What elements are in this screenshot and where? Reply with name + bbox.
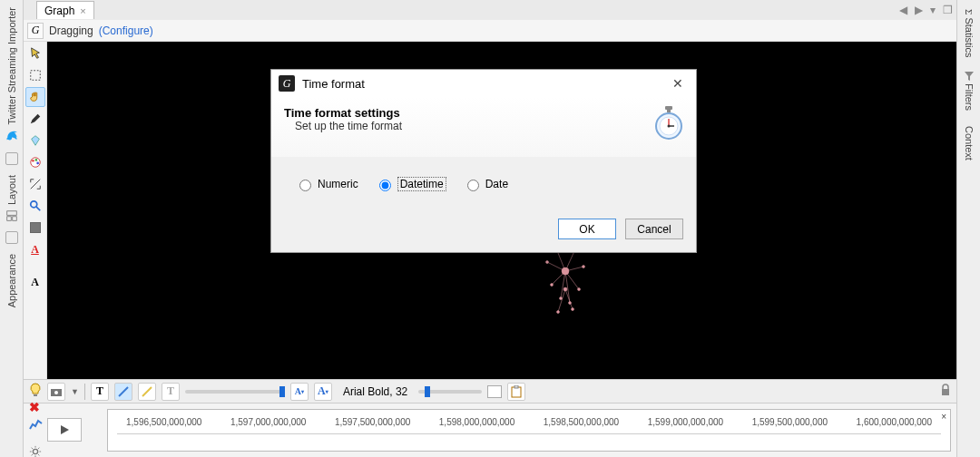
sizer-icon [29,178,42,190]
svg-point-31 [564,287,567,291]
timeline-track[interactable]: × 1,596,500,000,000 1,597,000,000,000 1,… [107,409,951,452]
gephi-logo-icon: G [279,75,295,92]
tab-graph[interactable]: Graph × [36,1,94,19]
radio-date[interactable]: Date [463,177,508,191]
tick-label: 1,599,000,000,000 [648,417,723,427]
hand-icon [29,91,42,103]
radio-datetime[interactable]: Datetime [375,177,446,191]
tick-label: 1,598,500,000,000 [544,417,619,427]
timeline-chart-icon[interactable] [29,418,44,442]
lightbulb-icon[interactable] [29,383,42,400]
attributes-button[interactable] [507,383,525,401]
a-minus-icon: A [295,386,301,396]
radio-label[interactable]: Datetime [397,177,446,191]
radio-numeric[interactable]: Numeric [295,177,358,191]
tool-square[interactable] [25,218,45,238]
timeline-play-button[interactable] [47,418,82,442]
tool-size[interactable] [25,174,45,194]
tool-text-color[interactable]: A [25,239,45,259]
graph-toolbox: A A [24,42,47,379]
configure-link[interactable]: (Configure) [99,24,153,37]
svg-point-47 [668,125,671,128]
lock-icon[interactable] [940,384,951,399]
dropdown-icon[interactable]: ▼ [71,387,79,396]
label-size-slider[interactable] [418,390,482,394]
panel-twitter-streaming-importer[interactable]: Twitter Streaming Importer [5,0,19,149]
tool-pen[interactable] [25,109,45,129]
tool-arrow[interactable] [25,44,45,63]
svg-rect-42 [667,110,671,112]
panel-filters[interactable]: Filters [962,64,976,118]
tool-hand[interactable] [25,87,45,107]
text-mode-button[interactable]: T [162,383,180,401]
panel-statistics[interactable]: Σ Statistics [962,2,976,64]
svg-rect-32 [34,394,37,396]
svg-rect-38 [514,385,518,388]
panel-label: Twitter Streaming Importer [6,7,17,125]
dialog-subheading: Set up the time format [295,120,402,132]
tick-label: 1,597,500,000,000 [335,417,410,427]
mode-label: Dragging [49,24,93,37]
panel-label: Appearance [6,254,17,307]
time-format-dialog: G Time format ✕ Time format settings Set… [270,69,697,253]
svg-point-25 [551,284,554,287]
svg-rect-3 [30,71,40,81]
timeline-settings-icon[interactable] [29,445,42,457]
clipboard-icon [511,385,522,398]
edge-label-mode[interactable] [138,383,156,401]
dialog-titlebar[interactable]: G Time format ✕ [271,70,696,97]
radio-input[interactable] [467,180,479,191]
tab-strip: Graph × ◀ ▶ ▾ ❐ [24,0,956,20]
radio-label[interactable]: Date [485,178,508,190]
svg-rect-39 [942,389,949,395]
screenshot-button[interactable] [47,383,65,401]
tool-diamond[interactable] [25,131,45,151]
font-decrease-button[interactable]: A▾ [290,383,309,401]
tick-label: 1,600,000,000,000 [857,417,932,427]
toggle-labels-button[interactable]: T [91,383,109,401]
tool-zoom[interactable] [25,196,45,216]
dock-toggle-icon[interactable] [5,231,18,244]
cancel-button[interactable]: Cancel [625,219,683,239]
radio-label[interactable]: Numeric [318,178,358,190]
app-root: Twitter Streaming Importer Layout Appear… [0,0,980,457]
timeline-ticks: 1,596,500,000,000 1,597,000,000,000 1,59… [108,417,950,427]
color-swatch[interactable] [487,385,502,398]
sigma-icon: Σ [964,9,975,15]
right-panel-strip: Σ Statistics Filters Context [956,0,980,457]
ok-button[interactable]: OK [558,219,616,239]
panel-appearance[interactable]: Appearance [5,247,19,315]
close-icon[interactable]: × [80,5,85,16]
tick-label: 1,596,500,000,000 [126,417,201,427]
tab-label: Graph [44,5,74,17]
svg-line-36 [142,387,152,396]
radio-input[interactable] [379,180,391,191]
label-toolbar: ▼ T T A▾ A▾ Arial Bold, 32 [24,379,956,403]
radio-input[interactable] [299,180,311,191]
panel-context[interactable]: Context [962,119,976,168]
font-selector[interactable]: Arial Bold, 32 [338,385,413,398]
svg-rect-37 [512,387,521,397]
tab-next-icon[interactable]: ▶ [911,4,926,16]
svg-point-26 [578,288,581,291]
panel-layout[interactable]: Layout [5,168,19,228]
tab-menu-icon[interactable]: ▾ [926,4,939,16]
node-label-mode[interactable] [114,383,132,401]
tool-marquee[interactable] [25,65,45,85]
svg-point-40 [33,449,37,453]
tool-palette[interactable] [25,152,45,172]
dialog-close-button[interactable]: ✕ [667,76,689,91]
tab-prev-icon[interactable]: ◀ [896,4,911,16]
svg-line-9 [35,207,39,210]
svg-point-27 [560,297,563,300]
marquee-icon [29,69,42,82]
undock-icon[interactable]: ❐ [939,4,956,16]
svg-point-24 [583,266,585,268]
tool-text-default[interactable]: A [25,272,45,292]
font-increase-button[interactable]: A▾ [314,383,332,401]
dock-toggle-icon[interactable] [5,152,18,165]
timeline-close-button[interactable]: ✖ [29,400,40,414]
timeline-area: ✖ [24,403,956,457]
mode-bar: G Dragging (Configure) [24,20,956,42]
edge-weight-slider[interactable] [185,390,285,394]
